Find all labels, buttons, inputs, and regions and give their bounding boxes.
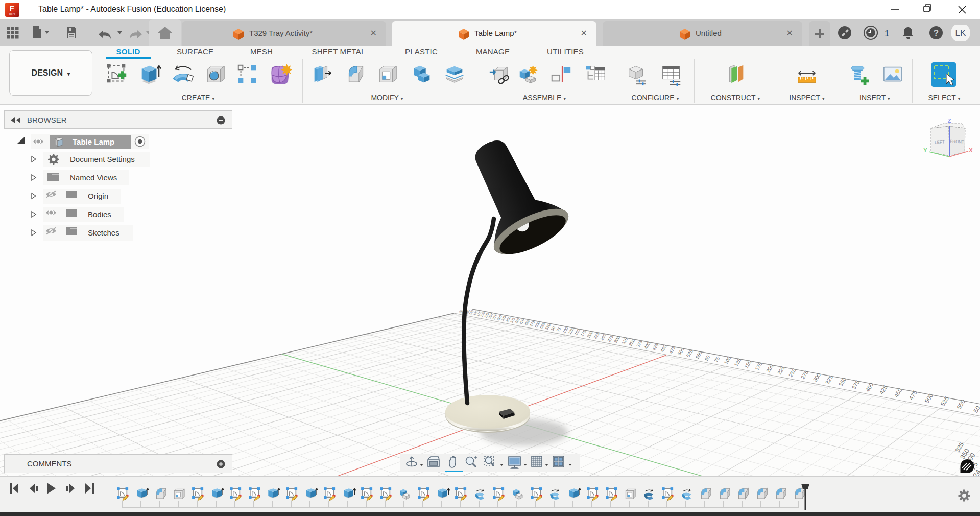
svg-text:200: 200 xyxy=(765,363,775,374)
svg-text:LEFT: LEFT xyxy=(935,139,945,145)
svg-text:100: 100 xyxy=(723,355,732,365)
svg-text:300: 300 xyxy=(812,372,822,383)
svg-text:250: 250 xyxy=(787,367,798,378)
svg-text:X: X xyxy=(969,147,973,153)
svg-text:175: 175 xyxy=(754,361,763,371)
svg-text:550: 550 xyxy=(694,350,703,360)
svg-text:125: 125 xyxy=(733,357,742,367)
svg-text:375: 375 xyxy=(851,379,861,390)
svg-text:LK: LK xyxy=(955,28,966,38)
svg-text:1: 1 xyxy=(885,29,889,38)
svg-text:F: F xyxy=(9,4,14,13)
svg-text:400: 400 xyxy=(865,382,875,393)
svg-text:450: 450 xyxy=(893,387,903,398)
svg-text:Y: Y xyxy=(923,147,927,153)
svg-text:50: 50 xyxy=(703,354,711,362)
svg-text:75: 75 xyxy=(713,356,721,363)
svg-text:?: ? xyxy=(934,28,939,38)
svg-text:325: 325 xyxy=(824,374,834,385)
svg-text:425: 425 xyxy=(878,384,889,395)
svg-text:150: 150 xyxy=(743,359,752,369)
svg-text:500: 500 xyxy=(677,347,685,356)
svg-text:225: 225 xyxy=(776,365,786,376)
svg-text:50: 50 xyxy=(972,405,980,414)
svg-text:FUS: FUS xyxy=(9,13,15,16)
svg-text:FRONT: FRONT xyxy=(950,139,964,144)
svg-text:Z: Z xyxy=(948,118,951,124)
